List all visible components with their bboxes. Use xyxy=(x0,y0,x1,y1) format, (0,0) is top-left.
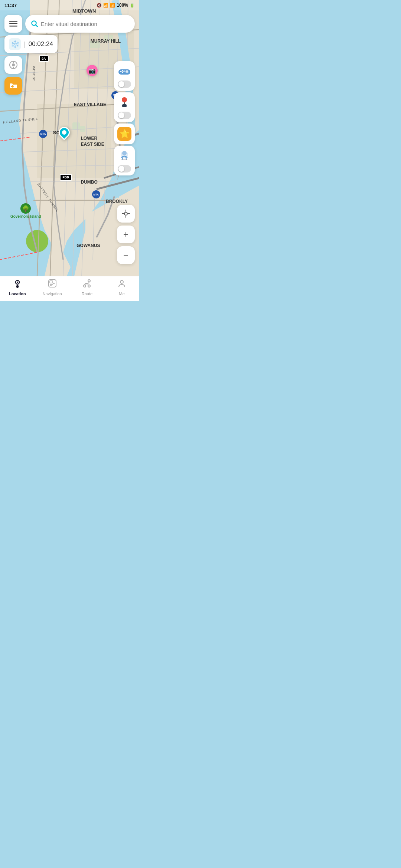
svg-point-5 xyxy=(26,230,48,252)
status-time: 11:37 xyxy=(4,3,17,8)
svg-rect-43 xyxy=(123,70,125,72)
right-controls: ⭐ xyxy=(114,61,135,175)
gamepad-icon xyxy=(118,66,131,77)
star-button[interactable]: ⭐ xyxy=(117,126,132,141)
highway-fdr: FDR xyxy=(60,174,72,181)
svg-point-63 xyxy=(88,285,90,287)
svg-point-42 xyxy=(127,71,128,73)
tab-route[interactable]: Route xyxy=(70,279,105,296)
status-right: 🔇 📶 📶 100% 🔋 xyxy=(97,3,135,8)
tab-location-label: Location xyxy=(9,292,26,296)
timer-separator: | xyxy=(24,40,26,48)
svg-rect-37 xyxy=(122,72,123,73)
right-panel-4 xyxy=(114,146,135,175)
mta-badge-3: MTA xyxy=(92,190,100,198)
svg-point-56 xyxy=(17,282,18,283)
location-tab-icon xyxy=(13,279,22,290)
route-tab-icon xyxy=(82,279,92,290)
joystick-icon xyxy=(118,97,131,109)
svg-point-44 xyxy=(122,97,127,102)
navigation-tab-icon xyxy=(48,279,57,290)
location-pin xyxy=(59,127,70,138)
folder-icon xyxy=(9,82,17,89)
svg-rect-28 xyxy=(9,23,17,24)
locate-icon xyxy=(122,210,130,218)
joystick-toggle[interactable] xyxy=(118,112,131,119)
right-panel-1 xyxy=(114,61,135,91)
tab-navigation-label: Navigation xyxy=(43,292,62,296)
tab-me[interactable]: Me xyxy=(104,279,139,296)
me-tab-icon xyxy=(117,279,127,290)
svg-rect-58 xyxy=(50,281,53,283)
status-bar: 11:37 🔇 📶 📶 100% 🔋 xyxy=(0,0,139,10)
compass-button[interactable] xyxy=(4,56,22,74)
governors-island: 🌳 Governors Island xyxy=(10,203,41,218)
battery-icon: 🔋 xyxy=(130,3,135,8)
photo-icon: 📷 xyxy=(87,65,98,76)
skate-icon xyxy=(118,149,131,163)
svg-rect-45 xyxy=(122,104,127,107)
svg-point-64 xyxy=(120,280,123,283)
right-panel-3: ⭐ xyxy=(114,124,135,144)
header-controls xyxy=(0,12,139,36)
right-panel-2 xyxy=(114,92,135,122)
svg-point-62 xyxy=(88,280,90,282)
svg-line-31 xyxy=(36,25,38,27)
mute-icon: 🔇 xyxy=(97,3,102,8)
snowflake-icon: ❄️ xyxy=(9,38,21,50)
svg-rect-39 xyxy=(122,70,122,73)
left-controls: ❄️ | 00:02:24 xyxy=(4,35,58,95)
zoom-in-button[interactable]: + xyxy=(117,226,135,243)
svg-rect-36 xyxy=(122,70,123,71)
timer-display: 00:02:24 xyxy=(29,40,53,48)
destination-input[interactable] xyxy=(41,21,129,27)
wifi-icon: 📶 xyxy=(103,3,108,8)
battery-percent: 100% xyxy=(117,3,128,8)
svg-rect-27 xyxy=(9,21,17,22)
svg-point-48 xyxy=(122,151,127,155)
record-button[interactable] xyxy=(117,95,132,110)
svg-point-41 xyxy=(125,71,127,73)
skate-toggle[interactable] xyxy=(118,165,131,172)
svg-rect-7 xyxy=(37,104,111,178)
tab-location[interactable]: Location xyxy=(0,279,35,296)
compass-icon xyxy=(9,60,18,69)
svg-point-61 xyxy=(84,285,86,287)
gamepad-toggle[interactable] xyxy=(118,80,131,88)
tab-navigation[interactable]: Navigation xyxy=(35,279,70,296)
search-bar[interactable] xyxy=(25,15,135,33)
menu-button[interactable] xyxy=(4,15,22,33)
locate-button[interactable] xyxy=(117,205,135,223)
gamepad-button[interactable] xyxy=(117,64,132,79)
right-bottom-controls: + − xyxy=(117,205,135,264)
signal-icon: 📶 xyxy=(110,3,115,8)
tab-route-label: Route xyxy=(82,292,92,296)
svg-point-50 xyxy=(124,212,127,215)
svg-point-33 xyxy=(12,63,15,66)
zoom-out-button[interactable]: − xyxy=(117,246,135,264)
timer-badge[interactable]: ❄️ | 00:02:24 xyxy=(4,35,58,53)
hamburger-icon xyxy=(9,21,17,27)
mta-badge-2: MTA xyxy=(39,130,47,138)
back-button[interactable] xyxy=(4,77,22,95)
tab-me-label: Me xyxy=(119,292,124,296)
search-icon xyxy=(31,20,38,27)
star-icon: ⭐ xyxy=(117,127,131,141)
skate-button[interactable] xyxy=(117,149,132,164)
tab-bar: Location Navigation Route xyxy=(0,276,139,301)
svg-rect-29 xyxy=(9,26,17,27)
